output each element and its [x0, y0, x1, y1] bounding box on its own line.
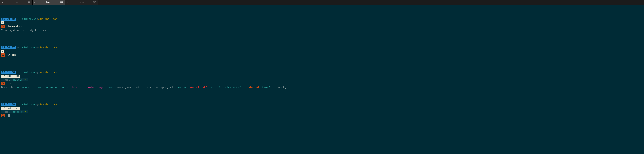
bracket-open: [	[20, 103, 22, 106]
tab-title: bash	[79, 1, 84, 4]
ls-item: emacs/	[177, 86, 186, 89]
prompt-host: sim-mbp.local	[38, 103, 59, 106]
command-output: Your system is ready to brew.	[1, 29, 48, 32]
prompt-host: sim-mbp.local	[38, 18, 59, 21]
prompt-block-1: 12:50:49 ○ [simloovoo@sim-mbp.local] / λ…	[1, 13, 643, 32]
prompt-user: simloovoo	[22, 71, 36, 74]
time-badge: 12:50:57	[1, 46, 16, 49]
tab-shortcut: ⌘2	[60, 1, 64, 4]
tab-node[interactable]: × node ⌘1	[0, 0, 32, 4]
prompt-symbol: ○	[16, 46, 20, 49]
lambda-icon: λ	[1, 54, 5, 57]
prompt-block-2: 12:50:57 ○ [simloovoo@sim-mbp.local] / λ…	[1, 42, 643, 57]
prompt-block-4: 12:51:08 ± [simloovoo@sim-mbp.local] ~/.…	[1, 99, 643, 118]
tab-bash-dim[interactable]: × bash ⌘3	[65, 0, 98, 4]
ls-item: autocompletion/	[17, 86, 42, 89]
path-badge: ~/.dotfiles	[1, 107, 20, 110]
bracket-open: [	[20, 18, 22, 21]
ls-item: readme.md	[244, 86, 259, 89]
ls-item: backups/	[45, 86, 58, 89]
tab-title: node	[14, 1, 19, 4]
time-badge: 12:51:08	[1, 103, 16, 106]
tab-shortcut: ⌘3	[93, 1, 96, 4]
lambda-icon: λ	[1, 25, 5, 28]
check-icon: ✓	[24, 78, 26, 81]
tab-bar: × node ⌘1 × bash ⌘2 × bash ⌘3	[0, 0, 644, 4]
ls-item: tmux/	[262, 86, 270, 89]
prompt-host: sim-mbp.local	[38, 71, 59, 74]
bracket-close: ]	[59, 103, 60, 106]
close-icon[interactable]: ×	[67, 0, 68, 4]
prompt-user: simloovoo	[22, 18, 36, 21]
close-icon[interactable]: ×	[2, 0, 3, 4]
prompt-symbol: ±	[16, 103, 20, 106]
terminal-viewport[interactable]: 12:50:49 ○ [simloovoo@sim-mbp.local] / λ…	[0, 4, 644, 129]
prompt-at: @	[36, 103, 38, 106]
ls-output: Brewfile autocompletion/ backups/ bash/ …	[1, 86, 286, 89]
ls-item: iterm2-preferences/	[210, 86, 241, 89]
ls-item: install.sh*	[190, 86, 207, 89]
prompt-host: sim-mbp.local	[38, 46, 59, 49]
check-icon: ✓	[24, 110, 26, 113]
prompt-at: @	[36, 46, 38, 49]
prompt-at: @	[36, 71, 38, 74]
path-badge: /	[1, 50, 4, 53]
tab-title: bash	[46, 1, 51, 4]
command-text: brew doctor	[8, 25, 26, 28]
bracket-close: ]	[59, 46, 60, 49]
ls-item: Brewfile	[1, 86, 14, 89]
bracket-open: [	[20, 46, 22, 49]
cursor[interactable]	[8, 114, 10, 117]
ls-item: bash_screenshot.png	[72, 86, 103, 89]
ls-item: dotfiles.sublime-project	[135, 86, 174, 89]
git-branch-chip: git [master ✓]	[1, 78, 28, 81]
close-icon[interactable]: ×	[34, 0, 36, 4]
prompt-at: @	[36, 18, 38, 21]
command-text: z dot	[8, 54, 16, 57]
command-text: ls	[8, 82, 12, 85]
prompt-user: simloovoo	[22, 103, 36, 106]
tab-shortcut: ⌘1	[28, 1, 31, 4]
bracket-close: ]	[59, 71, 60, 74]
prompt-block-3: 12:51:06 ± [simloovoo@sim-mbp.local] ~/.…	[1, 67, 643, 89]
prompt-user: simloovoo	[22, 46, 36, 49]
ls-item: bin/	[106, 86, 112, 89]
path-badge: ~/.dotfiles	[1, 75, 20, 77]
time-badge: 12:51:06	[1, 71, 16, 74]
path-badge: /	[1, 21, 4, 24]
lambda-icon: λ	[1, 114, 5, 117]
tab-bash-active[interactable]: × bash ⌘2	[32, 0, 65, 4]
lambda-icon: λ	[1, 82, 5, 85]
ls-item: bower.json	[116, 86, 132, 89]
git-branch-chip: git [master ✓]	[1, 110, 28, 113]
bracket-open: [	[20, 71, 22, 74]
ls-item: todo.cfg	[273, 86, 286, 89]
prompt-symbol: ○	[16, 18, 20, 21]
bracket-close: ]	[59, 18, 60, 21]
time-badge: 12:50:49	[1, 18, 16, 21]
ls-item: bash/	[61, 86, 69, 89]
prompt-symbol: ±	[16, 71, 20, 74]
